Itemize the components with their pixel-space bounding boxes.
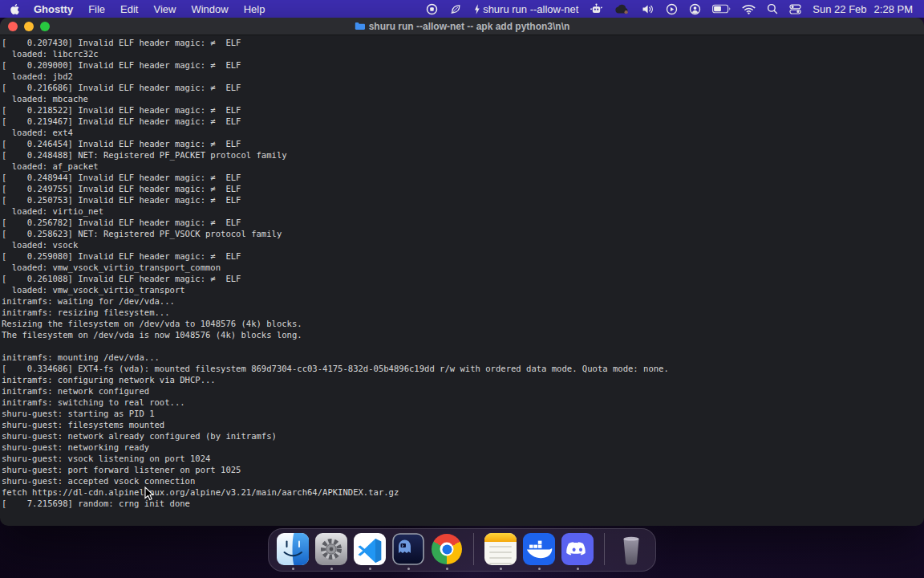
ghostty-terminal-window: shuru run --allow-net -- apk add python3… [0, 18, 924, 526]
vscode-icon [354, 533, 386, 565]
notes-icon [484, 533, 517, 565]
lightning-icon [473, 3, 480, 15]
search-icon[interactable] [767, 3, 778, 14]
robot-icon[interactable] [590, 3, 603, 15]
dock-discord[interactable] [561, 533, 594, 570]
running-indicator [538, 568, 541, 570]
menu-file[interactable]: File [88, 3, 105, 15]
running-indicator [292, 568, 294, 570]
running-indicator [330, 568, 333, 570]
dock-trash[interactable] [615, 533, 647, 570]
volume-icon[interactable] [642, 4, 654, 14]
trash-icon [615, 533, 647, 565]
dock [268, 528, 656, 572]
menu-bar: Ghostty File Edit View Window Help shuru… [0, 0, 924, 18]
discord-icon [561, 533, 594, 565]
menubar-time: 2:28 PM [874, 3, 913, 15]
mouse-cursor [144, 486, 155, 505]
active-app-name[interactable]: Ghostty [34, 3, 73, 15]
menu-edit[interactable]: Edit [120, 3, 138, 15]
dock-chrome[interactable] [431, 533, 463, 570]
desktop: { "menu_bar": { "app_name": "Ghostty", "… [0, 0, 924, 578]
window-titlebar[interactable]: shuru run --allow-net -- apk add python3… [0, 18, 924, 35]
now-playing-icon[interactable] [666, 3, 678, 15]
close-button[interactable] [8, 22, 18, 31]
terminal-area[interactable]: [ 0.207430] Invalid ELF header magic: ≠ … [0, 35, 924, 525]
chrome-icon [431, 533, 463, 565]
running-indicator [446, 568, 448, 570]
dock-finder[interactable] [277, 533, 309, 570]
menu-extra-run-status[interactable]: shuru run --allow-net [473, 3, 578, 15]
menubar-date: Sun 22 Feb [813, 3, 866, 15]
cloud-icon[interactable] [614, 3, 630, 14]
ghostty-icon [392, 533, 424, 565]
menu-help[interactable]: Help [244, 3, 265, 15]
wifi-icon[interactable] [742, 4, 756, 14]
dock-ghostty[interactable] [392, 533, 424, 570]
window-title: shuru run --allow-net -- apk add python3… [369, 21, 570, 32]
zoom-button[interactable] [40, 22, 50, 31]
system-settings-icon [315, 533, 347, 565]
running-indicator [500, 568, 502, 570]
dock-separator [473, 533, 474, 565]
terminal-output: [ 0.207430] Invalid ELF header magic: ≠ … [2, 37, 924, 509]
running-indicator [407, 568, 410, 570]
folder-icon [355, 22, 365, 31]
dock-vscode[interactable] [354, 533, 386, 570]
dock-docker[interactable] [523, 533, 555, 570]
docker-icon [523, 533, 555, 565]
control-center-icon[interactable] [789, 3, 801, 15]
dock-system-settings[interactable] [315, 533, 347, 570]
menubar-clock[interactable]: Sun 22 Feb 2:28 PM [813, 3, 913, 15]
menu-view[interactable]: View [153, 3, 176, 15]
running-indicator [577, 568, 579, 570]
menu-window[interactable]: Window [191, 3, 228, 15]
battery-icon[interactable] [712, 4, 731, 14]
apple-logo-icon[interactable] [10, 3, 20, 15]
dock-separator [604, 533, 605, 565]
running-indicator [369, 568, 371, 570]
finder-icon [277, 533, 309, 565]
run-status-label: shuru run --allow-net [483, 3, 578, 15]
leaf-icon[interactable] [449, 3, 462, 15]
minimize-button[interactable] [24, 22, 34, 31]
dock-notes[interactable] [484, 533, 517, 570]
stop-recording-icon[interactable] [426, 3, 438, 15]
user-switch-icon[interactable] [689, 3, 701, 15]
